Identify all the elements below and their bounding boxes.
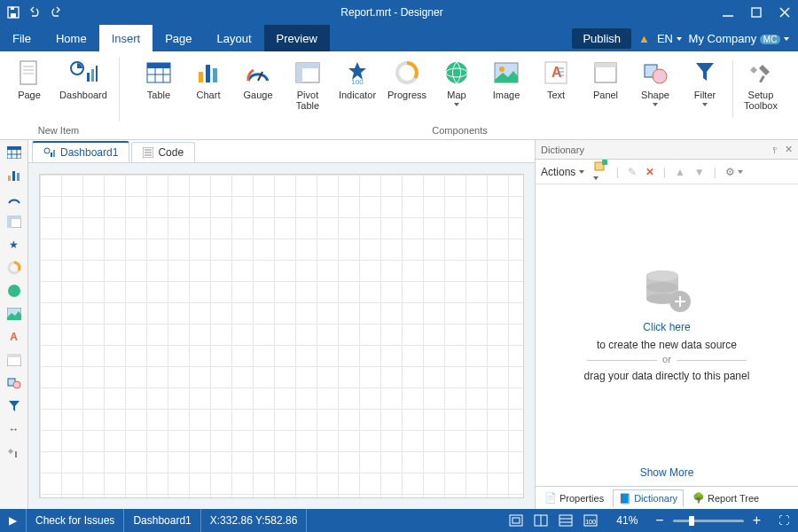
- actions-dropdown[interactable]: Actions: [541, 166, 584, 178]
- close-icon[interactable]: [778, 6, 791, 19]
- ribbon-chart[interactable]: Chart: [184, 55, 232, 123]
- up-icon[interactable]: ▲: [675, 166, 685, 178]
- ribbon-map[interactable]: Map: [433, 55, 481, 123]
- show-more-link[interactable]: Show More: [640, 466, 694, 479]
- menu-layout[interactable]: Layout: [205, 25, 264, 51]
- view-mode-1-icon[interactable]: [508, 512, 524, 528]
- menubar: File Home Insert Page Layout Preview Pub…: [0, 25, 798, 51]
- publish-button[interactable]: Publish: [572, 28, 631, 49]
- svg-rect-16: [147, 63, 170, 68]
- doctab-dashboard[interactable]: Dashboard1: [32, 141, 129, 162]
- ribbon-progress[interactable]: Progress: [383, 55, 431, 123]
- status-play[interactable]: ▶: [0, 509, 27, 532]
- page-icon: [15, 59, 43, 87]
- gutter-indicator-icon[interactable]: ★: [5, 236, 23, 254]
- close-pane-icon[interactable]: ✕: [785, 144, 793, 155]
- gutter-table-icon[interactable]: [5, 144, 23, 161]
- ribbon-gauge[interactable]: Gauge: [234, 55, 282, 123]
- edit-icon[interactable]: ✎: [628, 166, 637, 178]
- panetab-dictionary[interactable]: 📘Dictionary: [613, 489, 684, 507]
- bell-icon[interactable]: ▲: [638, 32, 650, 45]
- document-tabs: Dashboard1 Code: [28, 140, 535, 163]
- ribbon-text[interactable]: AText: [532, 55, 580, 123]
- minimize-icon[interactable]: [722, 6, 734, 19]
- shape-icon: [641, 59, 669, 87]
- gutter-shape-icon[interactable]: [5, 374, 23, 392]
- gutter-chart-icon[interactable]: [5, 167, 23, 184]
- ribbon: Page Dashboard New Item Table Chart Gaug…: [0, 51, 798, 140]
- ribbon-filter[interactable]: Filter: [681, 55, 729, 123]
- view-mode-4-icon[interactable]: 100: [583, 512, 598, 528]
- design-canvas[interactable]: [39, 174, 524, 498]
- redo-icon[interactable]: [50, 6, 62, 19]
- gutter-panel-icon[interactable]: [5, 351, 23, 369]
- ribbon-shape[interactable]: Shape: [631, 55, 679, 123]
- menu-preview[interactable]: Preview: [264, 25, 330, 51]
- gutter-tools-icon[interactable]: [5, 443, 23, 461]
- svg-rect-80: [512, 518, 520, 523]
- svg-rect-70: [602, 160, 607, 165]
- gutter-map-icon[interactable]: [5, 282, 23, 300]
- pane-title-label: Dictionary: [541, 145, 584, 155]
- gutter-text-icon[interactable]: A: [5, 328, 23, 346]
- statusbar: ▶ Check for Issues Dashboard1 X:332.86 Y…: [0, 509, 798, 532]
- company-selector[interactable]: My Company MC: [689, 32, 789, 45]
- panetab-properties[interactable]: 📄Properties: [539, 489, 609, 506]
- svg-point-32: [499, 66, 505, 72]
- svg-point-62: [44, 148, 50, 153]
- view-mode-3-icon[interactable]: [558, 512, 574, 528]
- undo-icon[interactable]: [28, 6, 41, 19]
- ribbon-image[interactable]: Image: [482, 55, 530, 123]
- zoom-out-icon[interactable]: −: [655, 512, 663, 528]
- language-selector[interactable]: EN: [657, 32, 682, 45]
- gutter-gauge-icon[interactable]: [5, 190, 23, 207]
- svg-point-60: [13, 381, 20, 388]
- menu-home[interactable]: Home: [43, 25, 99, 51]
- gutter-image-icon[interactable]: [5, 305, 23, 323]
- gutter-more-icon[interactable]: ↔: [5, 420, 23, 438]
- zoom-slider[interactable]: [673, 520, 744, 522]
- menu-page[interactable]: Page: [153, 25, 204, 51]
- svg-rect-26: [296, 63, 319, 68]
- ribbon-table[interactable]: Table: [135, 55, 183, 123]
- delete-icon[interactable]: ✕: [645, 166, 654, 178]
- settings-icon[interactable]: ⚙: [725, 166, 743, 178]
- svg-point-75: [646, 270, 678, 281]
- progress-icon: [393, 59, 421, 87]
- svg-rect-61: [15, 451, 17, 458]
- ribbon-page[interactable]: Page: [5, 55, 53, 123]
- gutter-progress-icon[interactable]: [5, 259, 23, 277]
- ribbon-toolbox[interactable]: Setup Toolbox: [737, 55, 785, 123]
- menu-insert[interactable]: Insert: [99, 25, 153, 51]
- status-check[interactable]: Check for Issues: [27, 509, 124, 532]
- expand-icon[interactable]: ⛶: [778, 514, 789, 527]
- svg-rect-44: [7, 146, 21, 150]
- svg-rect-53: [7, 215, 21, 219]
- ribbon-panel[interactable]: Panel: [582, 55, 630, 123]
- ribbon-pivot[interactable]: Pivot Table: [284, 55, 332, 123]
- svg-point-29: [446, 62, 467, 83]
- down-icon[interactable]: ▼: [694, 166, 705, 178]
- menu-file[interactable]: File: [0, 25, 43, 51]
- gutter-pivot-icon[interactable]: [5, 213, 23, 231]
- save-icon[interactable]: [7, 6, 20, 19]
- properties-icon: 📄: [544, 492, 557, 504]
- text-icon: A: [542, 59, 570, 87]
- pin-icon[interactable]: ⫯: [772, 145, 778, 155]
- svg-text:100: 100: [585, 519, 596, 525]
- new-item-icon[interactable]: [593, 160, 607, 184]
- dictionary-panel: Dictionary ⫯ ✕ Actions | ✎ ✕ | ▲ ▼ | ⚙ C…: [536, 140, 798, 509]
- zoom-label[interactable]: 41%: [616, 514, 638, 527]
- doctab-code[interactable]: Code: [131, 142, 195, 162]
- table-icon: [145, 59, 173, 87]
- click-here-link[interactable]: Click here: [643, 321, 690, 333]
- help-line-1: to create the new data source: [597, 339, 737, 351]
- gutter-filter-icon[interactable]: [5, 397, 23, 415]
- view-mode-2-icon[interactable]: [533, 512, 549, 528]
- svg-rect-39: [595, 63, 616, 67]
- ribbon-indicator[interactable]: 100Indicator: [333, 55, 381, 123]
- ribbon-dashboard[interactable]: Dashboard: [55, 55, 112, 123]
- zoom-in-icon[interactable]: +: [753, 512, 761, 528]
- panetab-report-tree[interactable]: 🌳Report Tree: [687, 489, 764, 506]
- maximize-icon[interactable]: [750, 6, 763, 19]
